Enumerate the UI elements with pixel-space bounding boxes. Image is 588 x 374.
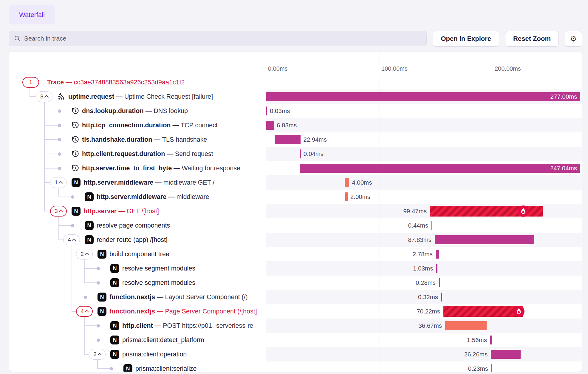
expand-badge[interactable]: 4 bbox=[76, 306, 93, 317]
span-duration-bar[interactable] bbox=[266, 106, 267, 115]
span-duration-bar[interactable] bbox=[436, 264, 437, 273]
span-row[interactable]: Nprisma:client:detect_platform bbox=[9, 333, 266, 347]
reset-zoom-button[interactable]: Reset Zoom bbox=[505, 31, 559, 47]
expand-badge[interactable]: 1 bbox=[50, 177, 67, 188]
span-operation-name: function.nextjs bbox=[109, 308, 155, 315]
span-duration-bar[interactable] bbox=[266, 92, 580, 101]
span-row[interactable]: Nprisma:client:serialize bbox=[9, 361, 266, 372]
span-duration-bar[interactable] bbox=[439, 278, 440, 287]
separator-dash: — bbox=[172, 165, 182, 172]
span-duration-bar[interactable] bbox=[436, 250, 439, 259]
span-chart-row[interactable] bbox=[266, 75, 582, 89]
span-row[interactable]: Nresolve page components bbox=[9, 218, 266, 233]
span-row[interactable]: 2Nbuild component tree bbox=[9, 247, 266, 261]
span-chart-row[interactable]: 0.28ms bbox=[266, 276, 582, 290]
expand-badge[interactable]: 4 bbox=[63, 234, 80, 245]
span-duration-bar[interactable] bbox=[491, 350, 521, 359]
tab-waterfall[interactable]: Waterfall bbox=[9, 5, 55, 24]
tree-connector-line bbox=[84, 325, 98, 326]
span-chart-row[interactable]: 0.23ms bbox=[266, 361, 582, 372]
expand-badge[interactable]: 2 bbox=[76, 249, 93, 259]
span-chart-row[interactable]: 1.03ms bbox=[266, 261, 582, 276]
span-chart-row[interactable]: 1.56ms bbox=[266, 333, 582, 347]
span-label: resolve segment modules bbox=[122, 261, 195, 276]
span-duration-bar[interactable] bbox=[441, 293, 442, 302]
flame-error-icon[interactable] bbox=[518, 205, 529, 217]
span-duration-bar[interactable] bbox=[300, 149, 301, 158]
span-operation-name: Trace bbox=[47, 79, 64, 86]
span-chart-row[interactable]: 247.04ms bbox=[266, 161, 582, 175]
span-duration-bar[interactable] bbox=[490, 336, 492, 344]
span-chart-row[interactable]: 0.32ms bbox=[266, 290, 582, 304]
tree-connector-line bbox=[84, 340, 98, 340]
span-label: prisma:client:detect_platform bbox=[122, 333, 204, 347]
span-duration-label: 1.56ms bbox=[467, 333, 487, 347]
span-row[interactable]: Nhttp.client—POST https://p01--serverles… bbox=[9, 319, 266, 333]
search-input[interactable]: Search in trace bbox=[9, 31, 427, 46]
chevron-up-icon bbox=[59, 210, 63, 214]
expand-badge[interactable]: 1 bbox=[22, 77, 39, 88]
span-duration-bar[interactable] bbox=[443, 306, 523, 317]
span-duration-bar[interactable] bbox=[345, 178, 349, 187]
span-operation-name: http.tcp_connection.duration bbox=[82, 122, 171, 129]
span-label: prisma:client:serialize bbox=[135, 361, 197, 372]
span-chart-row[interactable]: 36.67ms bbox=[266, 319, 582, 333]
span-chart-row[interactable]: 26.26ms bbox=[266, 347, 582, 361]
span-label: http.tcp_connection.duration—TCP connect bbox=[82, 118, 218, 132]
span-duration-bar[interactable] bbox=[435, 235, 534, 244]
span-description: POST https://p01--serverless-re bbox=[163, 322, 253, 329]
tree-connector-line bbox=[58, 217, 59, 240]
search-placeholder: Search in trace bbox=[24, 35, 66, 42]
span-row[interactable]: 8uptime.request—Uptime Check Request [fa… bbox=[9, 89, 266, 104]
span-duration-bar[interactable] bbox=[275, 135, 301, 144]
span-row[interactable]: Nhttp.server.middleware—middleware bbox=[9, 190, 266, 204]
span-duration-bar[interactable] bbox=[445, 321, 487, 330]
expand-badge[interactable]: 8 bbox=[36, 91, 52, 102]
span-operation-name: resolve segment modules bbox=[122, 279, 195, 286]
flame-error-icon[interactable] bbox=[513, 306, 524, 317]
span-chart-row[interactable]: 70.22ms bbox=[266, 304, 582, 319]
span-chart-row[interactable]: 2.00ms bbox=[266, 190, 582, 204]
span-label: build component tree bbox=[109, 247, 169, 261]
span-operation-name: function.nextjs bbox=[109, 293, 155, 301]
span-operation-name: prisma:client:operation bbox=[122, 351, 187, 358]
span-chart-row[interactable]: 0.04ms bbox=[266, 147, 582, 161]
tree-connector-line bbox=[72, 297, 85, 297]
span-duration-label: 1.03ms bbox=[413, 261, 433, 276]
span-row[interactable]: 4Nrender route (app) /[host] bbox=[9, 233, 266, 247]
span-row[interactable]: 4Nfunction.nextjs—Page Server Component … bbox=[9, 304, 266, 319]
tree-connector-line bbox=[44, 139, 59, 140]
tree-connector-line bbox=[44, 154, 59, 154]
expand-badge[interactable]: 3 bbox=[50, 206, 67, 217]
span-chart-row[interactable]: 2.78ms bbox=[266, 247, 582, 261]
span-chart-row[interactable]: 0.44ms bbox=[266, 218, 582, 233]
span-row[interactable]: Nresolve segment modules bbox=[9, 261, 266, 276]
span-row[interactable]: 2Nprisma:client:operation bbox=[9, 347, 266, 361]
trace-row[interactable]: 1Trace—cc3ae3748883563a926c253d9aa1c1f2 bbox=[9, 75, 266, 89]
span-label: resolve page components bbox=[97, 218, 170, 233]
span-row[interactable]: Nfunction.nextjs—Layout Server Component… bbox=[9, 290, 266, 304]
span-chart-row[interactable]: 99.47ms bbox=[266, 204, 582, 218]
span-chart-pane[interactable]: 0.00ms100.00ms200.00ms 277.00ms0.03ms6.8… bbox=[266, 52, 582, 372]
span-chart-row[interactable]: 4.00ms bbox=[266, 175, 582, 190]
span-row[interactable]: Nresolve segment modules bbox=[9, 276, 266, 290]
span-description: Layout Server Component (/) bbox=[165, 293, 247, 301]
span-chart-row[interactable]: 87.83ms bbox=[266, 233, 582, 247]
span-duration-bar[interactable] bbox=[491, 364, 492, 372]
tree-connector-dot bbox=[58, 152, 61, 156]
span-chart-row[interactable]: 22.94ms bbox=[266, 132, 582, 147]
span-chart-row[interactable]: 0.03ms bbox=[266, 104, 582, 118]
settings-button[interactable]: ⚙ bbox=[565, 31, 582, 47]
open-in-explore-button[interactable]: Open in Explore bbox=[433, 31, 499, 47]
span-duration-bar[interactable] bbox=[300, 164, 580, 173]
chart-header: 0.00ms100.00ms200.00ms bbox=[266, 52, 582, 75]
separator-dash: — bbox=[165, 150, 175, 157]
tree-connector-dot bbox=[58, 109, 61, 113]
span-chart-row[interactable]: 6.83ms bbox=[266, 118, 582, 132]
span-duration-bar[interactable] bbox=[431, 221, 432, 230]
span-duration-bar[interactable] bbox=[266, 121, 274, 130]
expand-badge[interactable]: 2 bbox=[89, 349, 106, 360]
span-duration-label: 36.67ms bbox=[418, 319, 442, 333]
span-chart-row[interactable]: 277.00ms bbox=[266, 89, 582, 104]
span-duration-bar[interactable] bbox=[345, 192, 348, 201]
